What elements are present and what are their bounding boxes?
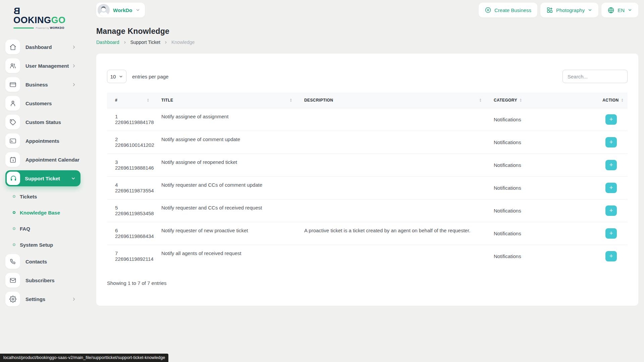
gear-icon (5, 292, 20, 306)
business-type-dropdown[interactable]: Photography (540, 3, 598, 17)
row-add-button[interactable]: + (605, 205, 617, 216)
row-add-button[interactable]: + (605, 114, 617, 125)
sidebar-item-label: Business (25, 82, 71, 87)
column-header-[interactable]: #▲▼ (107, 93, 153, 108)
row-number-cell: 5 22696119853458 (107, 199, 153, 222)
bullet-circle-icon (13, 243, 15, 246)
row-number-cell: 3 22696119888146 (107, 154, 153, 176)
chevron-down-icon (136, 8, 140, 12)
sidebar-subitem-system-setup[interactable]: System Setup (5, 238, 80, 251)
row-add-button[interactable]: + (605, 160, 617, 170)
row-title-cell: Notify requester and CCs of received req… (153, 199, 296, 222)
breadcrumb-knowledge: Knowledge (171, 40, 195, 45)
table-summary: Showing 1 to 7 of 7 entries (107, 280, 628, 286)
business-type-label: Photography (556, 7, 585, 13)
row-action-cell: + (583, 131, 628, 154)
row-category-cell: Notifications (486, 245, 583, 267)
row-action-cell: + (583, 199, 628, 222)
chevron-right-icon (123, 41, 127, 44)
sort-arrows-icon: ▲▼ (147, 98, 149, 102)
create-business-button[interactable]: Create Business (479, 3, 537, 17)
sidebar-subitem-tickets[interactable]: Tickets (5, 190, 80, 203)
topbar-actions: Create Business Photography EN (479, 3, 638, 17)
table-row: 4 22696119873554Notify requester and CCs… (107, 176, 628, 199)
row-description-cell (296, 131, 486, 154)
credit-card-icon (5, 77, 20, 92)
language-dropdown[interactable]: EN (601, 3, 638, 17)
create-business-label: Create Business (494, 7, 531, 13)
mail-icon (5, 273, 20, 288)
sidebar-item-customers[interactable]: Customers (5, 96, 80, 111)
row-action-cell: + (583, 245, 628, 267)
knowledge-table-card: 10 entries per page #▲▼TITLE▲▼DESCRIPTIO… (96, 54, 638, 306)
row-title-cell: Notify requester and CCs of comment upda… (153, 176, 296, 199)
row-description-cell (296, 154, 486, 176)
sidebar-subitem-knowledge-base[interactable]: Knowledge Base (5, 206, 80, 219)
row-category-cell: Notifications (486, 131, 583, 154)
sort-arrows-icon: ▲▼ (520, 98, 522, 102)
logo-text: BOOKINGGO (13, 7, 64, 25)
sort-arrows-icon: ▲▼ (479, 98, 482, 102)
bullet-circle-icon (13, 227, 15, 230)
table-body: 1 22696119884178Notify assignee of assig… (107, 108, 628, 267)
row-add-button[interactable]: + (605, 137, 617, 147)
sidebar-item-appointment-calendar[interactable]: Appointment Calendar (5, 152, 80, 167)
entries-per-page-select[interactable]: 10 (107, 70, 126, 83)
workspace-name: WorkDo (113, 7, 132, 13)
row-category-cell: Notifications (486, 222, 583, 245)
sidebar-item-contacts[interactable]: Contacts (5, 254, 80, 269)
table-header-row: #▲▼TITLE▲▼DESCRIPTION▲▼CATEGORY▲▼ACTION▲… (107, 93, 628, 108)
workspace-dropdown[interactable]: WorkDo (96, 3, 145, 17)
sidebar-item-dashboard[interactable]: Dashboard (5, 40, 80, 54)
per-page-control: 10 entries per page (107, 70, 168, 83)
bullet-circle-icon (13, 211, 15, 214)
sidebar-subitem-label: Tickets (20, 194, 37, 199)
row-title-cell: Notify assignee of assignment (153, 108, 296, 131)
row-category-cell: Notifications (486, 199, 583, 222)
sidebar-item-label: Appointment Calendar (25, 157, 80, 163)
table-row: 3 22696119888146Notify assignee of reope… (107, 154, 628, 176)
page-title: Manage Knowledge (96, 27, 638, 36)
sidebar-item-label: Appointments (25, 138, 80, 144)
row-action-cell: + (583, 108, 628, 131)
row-add-button[interactable]: + (605, 251, 617, 261)
row-add-button[interactable]: + (605, 183, 617, 193)
status-bar-url: localhost/product/bookinggo-saas-v2/main… (0, 354, 168, 362)
row-number-cell: 2 22696100141202 (107, 131, 153, 154)
search-input[interactable] (562, 70, 628, 83)
row-add-button[interactable]: + (605, 228, 617, 239)
sidebar-item-appointments[interactable]: Appointments (5, 133, 80, 148)
column-header-action[interactable]: ACTION▲▼ (583, 93, 628, 108)
row-category-cell: Notifications (486, 108, 583, 131)
bullet-circle-icon (13, 195, 15, 198)
sidebar-subitem-faq[interactable]: FAQ (5, 222, 80, 235)
sidebar-item-business[interactable]: Business (5, 77, 80, 92)
column-header-category[interactable]: CATEGORY▲▼ (486, 93, 583, 108)
sidebar-item-user-management[interactable]: User Management (5, 58, 80, 73)
users-icon (5, 58, 20, 73)
table-row: 2 22696100141202Notify assignee of comme… (107, 131, 628, 154)
sidebar-item-settings[interactable]: Settings (5, 292, 80, 306)
entries-per-page-value: 10 (110, 74, 116, 79)
topbar: WorkDo Create Business Photography (96, 3, 638, 17)
bookinggo-logo[interactable]: BOOKINGGO Powered by WORKDO (13, 7, 64, 29)
row-description-cell (296, 176, 486, 199)
table-controls: 10 entries per page (107, 70, 628, 83)
knowledge-table: #▲▼TITLE▲▼DESCRIPTION▲▼CATEGORY▲▼ACTION▲… (107, 93, 628, 267)
column-header-title[interactable]: TITLE▲▼ (153, 93, 296, 108)
column-header-description[interactable]: DESCRIPTION▲▼ (296, 93, 486, 108)
row-category-cell: Notifications (486, 154, 583, 176)
sidebar-item-label: User Management (25, 63, 71, 69)
row-category-cell: Notifications (486, 176, 583, 199)
breadcrumb-dashboard[interactable]: Dashboard (96, 40, 119, 45)
sidebar-item-subscribers[interactable]: Subscribers (5, 273, 80, 288)
row-title-cell: Notify all agents of received request (153, 245, 296, 267)
home-icon (5, 40, 20, 54)
table-row: 6 22696119868434Notify requester of new … (107, 222, 628, 245)
row-number-cell: 6 22696119868434 (107, 222, 153, 245)
breadcrumb-support-ticket[interactable]: Support Ticket (130, 40, 161, 45)
sidebar-item-custom-status[interactable]: Custom Status (5, 115, 80, 129)
sidebar-item-label: Subscribers (25, 278, 80, 283)
sidebar-item-support-ticket[interactable]: Support Ticket (5, 170, 80, 186)
main-area: WorkDo Create Business Photography (86, 0, 644, 362)
